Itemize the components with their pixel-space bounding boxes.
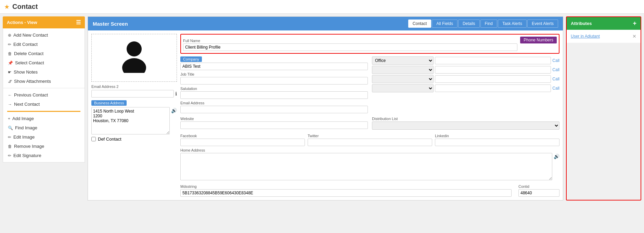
salutation-input[interactable] [180, 91, 368, 99]
tab-event-alerts[interactable]: Event Alerts [527, 20, 558, 28]
contid-input[interactable] [518, 189, 559, 197]
bottom-row: Mdsstring Contid [180, 182, 559, 197]
page-header: ★ Contact [0, 0, 644, 14]
attachment-icon: 🖇 [8, 79, 12, 84]
email2-group: Email Address 2 ℹ [91, 85, 177, 98]
tab-contact[interactable]: Contact [408, 20, 431, 28]
speaker-icon[interactable]: 🔊 [171, 108, 177, 113]
phone-type-select-3[interactable]: Office Home [372, 84, 434, 92]
twitter-input[interactable] [308, 139, 432, 146]
sidebar-item-edit-contact[interactable]: ✏ Edit Contact [3, 40, 85, 49]
sidebar-item-delete-contact[interactable]: 🗑 Delete Contact [3, 49, 85, 58]
home-address-label: Home Address [180, 148, 559, 152]
sidebar-item-select-contact[interactable]: 📌 Select Contact [3, 58, 85, 67]
sidebar-item-show-notes[interactable]: ☛ Show Notes [3, 67, 85, 77]
phone-type-select-2[interactable]: Office Home Mobile [372, 75, 434, 83]
attribute-remove-0[interactable]: ✕ [632, 34, 636, 39]
tab-find[interactable]: Find [480, 20, 497, 28]
linkedin-label: Linkedin [435, 134, 559, 138]
phone-row-3: Office Home Call [372, 84, 559, 92]
notes-icon: ☛ [8, 70, 12, 75]
social-row: Facebook Twitter Linkedin [180, 132, 559, 146]
info-icon[interactable]: ℹ [175, 91, 177, 96]
sidebar-item-edit-signature[interactable]: ✏ Edit Signature [3, 151, 85, 160]
website-group: Website [180, 115, 368, 130]
phone-type-select-0[interactable]: Office Home Mobile Fax Other [372, 56, 434, 65]
phone-number-input-1[interactable] [435, 66, 551, 74]
salutation-label: Salutation [180, 87, 368, 91]
def-contact-row: Def Contact [91, 137, 177, 142]
fullname-input[interactable] [183, 43, 517, 51]
dist-list-select[interactable] [372, 121, 559, 130]
middle-section: Company Job Title Salutation [180, 56, 559, 113]
sidebar-item-add-new-contact[interactable]: ⊕ Add New Contact [3, 30, 85, 40]
hamburger-icon[interactable]: ☰ [76, 19, 81, 26]
page-title: Contact [12, 3, 38, 11]
contid-group: Contid [518, 182, 559, 197]
phone-type-select-1[interactable]: Office Home Mobile Fax [372, 66, 434, 74]
sidebar-item-show-attachments[interactable]: 🖇 Show Attachments [3, 77, 85, 86]
email-label: Email Address [180, 101, 368, 105]
phone-number-input-0[interactable] [435, 57, 551, 64]
jobtitle-input[interactable] [180, 77, 368, 85]
company-group: Company [180, 56, 368, 70]
sidebar: Actions - View ☰ ⊕ Add New Contact ✏ Edi… [3, 16, 85, 200]
call-button-2[interactable]: Call [552, 77, 559, 81]
attributes-add-button[interactable]: + [633, 20, 636, 27]
left-fields: Company Job Title Salutation [180, 56, 368, 113]
sidebar-item-label: Delete Contact [14, 51, 43, 56]
speaker-icon-2[interactable]: 🔊 [554, 154, 559, 159]
call-button-1[interactable]: Call [552, 67, 559, 72]
sidebar-item-label: Add Image [12, 116, 34, 121]
sidebar-item-edit-image[interactable]: ✏ Edit Image [3, 132, 85, 142]
phone-number-input-3[interactable] [435, 85, 551, 92]
business-address-input[interactable]: 1415 North Loop West 1200 Houston, TX 77… [91, 107, 170, 134]
left-panel: Email Address 2 ℹ Business Address 1415 … [91, 34, 177, 197]
company-input[interactable] [180, 63, 368, 70]
business-address-badge: Business Address [91, 100, 127, 106]
attributes-header: Attributes + [567, 17, 641, 30]
business-address-section: Business Address 1415 North Loop West 12… [91, 98, 177, 134]
website-label: Website [180, 117, 368, 121]
def-contact-checkbox[interactable] [91, 137, 96, 141]
call-button-3[interactable]: Call [552, 86, 559, 91]
email2-input[interactable] [91, 90, 174, 98]
tab-task-alerts[interactable]: Task Alerts [498, 20, 527, 28]
sidebar-item-find-image[interactable]: 🔍 Find Image [3, 123, 85, 132]
left-arrow-icon: ← [8, 93, 12, 98]
phone-row-0: Office Home Mobile Fax Other Call [372, 56, 559, 65]
facebook-label: Facebook [180, 134, 305, 138]
pencil-icon: ✏ [8, 135, 11, 140]
mdsstring-label: Mdsstring [180, 184, 512, 189]
sidebar-item-label: Select Contact [15, 60, 44, 65]
tab-all-fields[interactable]: All Fields [432, 20, 458, 28]
contid-label: Contid [518, 184, 559, 189]
sidebar-item-label: Edit Contact [13, 42, 38, 47]
sidebar-item-next-contact[interactable]: → Next Contact [3, 100, 85, 109]
email-input[interactable] [180, 106, 368, 113]
pin-icon: 📌 [8, 61, 13, 65]
mdsstring-input[interactable] [180, 189, 512, 197]
attribute-link-0[interactable]: User in Adjutant [571, 34, 600, 39]
phone-numbers-badge: Phone Numbers [520, 37, 557, 43]
sidebar-item-add-image[interactable]: + Add Image [3, 114, 85, 123]
svg-point-0 [127, 41, 142, 56]
sidebar-item-label: Show Attachments [14, 79, 51, 84]
master-screen: Master Screen Contact All Fields Details… [88, 16, 563, 200]
twitter-group: Twitter [308, 132, 432, 146]
sidebar-item-label: Edit Signature [13, 153, 41, 158]
tab-details[interactable]: Details [458, 20, 480, 28]
phone-number-input-2[interactable] [435, 75, 551, 83]
business-address-row: 1415 North Loop West 1200 Houston, TX 77… [91, 107, 177, 134]
plus-icon: + [8, 116, 10, 121]
website-input[interactable] [180, 121, 368, 129]
sidebar-item-remove-image[interactable]: 🗑 Remove Image [3, 142, 85, 151]
sidebar-item-previous-contact[interactable]: ← Previous Contact [3, 90, 85, 100]
facebook-input[interactable] [180, 139, 305, 146]
call-button-0[interactable]: Call [552, 58, 559, 63]
def-contact-label: Def Contact [98, 137, 121, 142]
linkedin-input[interactable] [435, 139, 559, 146]
company-badge: Company [180, 56, 202, 62]
jobtitle-group: Job Title [180, 72, 368, 85]
home-address-input[interactable] [180, 153, 552, 180]
